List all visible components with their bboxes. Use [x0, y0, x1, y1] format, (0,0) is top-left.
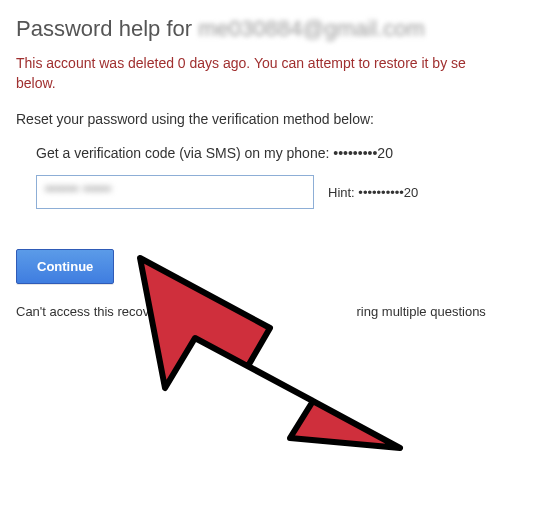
- hint-value: ••••••••••20: [358, 185, 418, 200]
- cant-access-recovery-line: Can't access this recov ring multiple qu…: [16, 304, 535, 319]
- access-line-right: ring multiple questions: [357, 304, 486, 319]
- access-line-left: Can't access this recov: [16, 304, 149, 319]
- reset-instruction: Reset your password using the verificati…: [16, 111, 535, 127]
- account-email: me030884@gmail.com: [198, 16, 425, 41]
- sms-verification-option: Get a verification code (via SMS) on my …: [36, 145, 535, 161]
- continue-button[interactable]: Continue: [16, 249, 114, 284]
- phone-hint: Hint: ••••••••••20: [328, 185, 418, 200]
- account-deleted-warning: This account was deleted 0 days ago. You…: [16, 54, 535, 93]
- verification-code-input[interactable]: •••••• •••••: [36, 175, 314, 209]
- page-title: Password help for me030884@gmail.com: [16, 16, 535, 42]
- title-prefix: Password help for: [16, 16, 198, 41]
- input-blurred-value: •••••• •••••: [45, 180, 111, 198]
- hint-label: Hint:: [328, 185, 355, 200]
